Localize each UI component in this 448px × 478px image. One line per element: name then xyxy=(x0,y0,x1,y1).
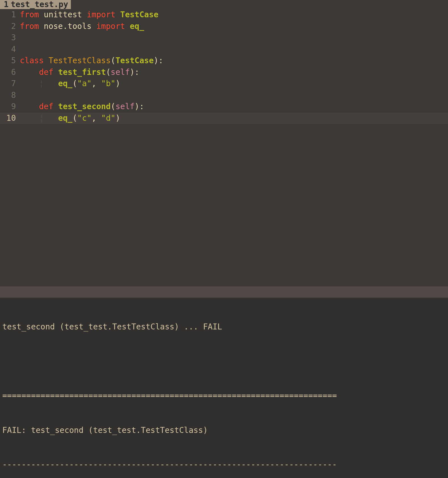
line-number: 4 xyxy=(0,44,20,55)
code-line[interactable]: 6 def test_first(self): xyxy=(0,67,448,78)
kw-import: import xyxy=(96,22,125,31)
tab-active[interactable]: 1 test_test.py xyxy=(0,0,71,9)
indent-guide: ¦ xyxy=(39,113,58,123)
code-line[interactable]: 7 ¦ eq_("a", "b") xyxy=(0,78,448,90)
code-line[interactable]: 9 def test_second(self): xyxy=(0,101,448,113)
function-name: test_second xyxy=(58,102,111,111)
code-area[interactable]: 1 from unittest import TestCase 2 from n… xyxy=(0,9,448,286)
string: "a" xyxy=(77,79,92,88)
status-line xyxy=(0,286,448,298)
indent-guide: ¦ xyxy=(39,79,58,88)
punct: : xyxy=(159,56,163,65)
indent xyxy=(20,79,39,88)
line-number: 6 xyxy=(0,67,20,78)
punct: ( xyxy=(111,102,115,111)
line-number: 9 xyxy=(0,101,20,113)
module: unittest xyxy=(44,10,82,19)
indent xyxy=(20,113,39,123)
line-number: 1 xyxy=(0,9,20,21)
code-empty-area[interactable] xyxy=(0,124,448,286)
line-number: 2 xyxy=(0,21,20,32)
class-name: TestTestClass xyxy=(48,56,111,65)
terminal-line: ========================================… xyxy=(2,390,446,402)
punct: ) xyxy=(115,79,120,88)
self: self xyxy=(111,67,130,77)
call-name: eq_ xyxy=(58,79,73,88)
imported-name: TestCase xyxy=(120,10,159,19)
terminal-output[interactable]: test_second (test_test.TestTestClass) ..… xyxy=(0,298,448,478)
self: self xyxy=(115,102,134,111)
base-class: TestCase xyxy=(115,56,154,65)
terminal-line xyxy=(2,356,446,367)
punct: : xyxy=(135,67,140,77)
function-name: test_first xyxy=(58,67,106,77)
line-number: 10 xyxy=(0,113,20,124)
punct: ( xyxy=(106,67,111,77)
call-name: eq_ xyxy=(58,113,73,123)
tab-filename: test_test.py xyxy=(11,0,68,10)
code-line[interactable]: 1 from unittest import TestCase xyxy=(0,9,448,21)
kw-from: from xyxy=(20,10,39,19)
string: "b" xyxy=(101,79,116,88)
terminal-line: FAIL: test_second (test_test.TestTestCla… xyxy=(2,425,446,436)
tab-bar: 1 test_test.py xyxy=(0,0,448,9)
string: "d" xyxy=(101,113,116,123)
punct: ) xyxy=(154,56,159,65)
code-line[interactable]: 2 from nose.tools import eq_ xyxy=(0,21,448,32)
punct: , xyxy=(92,79,101,88)
code-line[interactable]: 4 xyxy=(0,44,448,55)
code-line[interactable]: 5 class TestTestClass(TestCase): xyxy=(0,55,448,67)
indent xyxy=(20,102,39,111)
code-line[interactable]: 8 xyxy=(0,90,448,101)
kw-def: def xyxy=(39,67,53,77)
tab-index: 1 xyxy=(2,0,9,10)
imported-name: eq_ xyxy=(130,22,144,31)
punct: ( xyxy=(111,56,115,65)
code-line-current[interactable]: 10 ¦ eq_("c", "d") xyxy=(0,113,448,124)
indent xyxy=(20,67,39,77)
punct: ) xyxy=(135,102,140,111)
kw-from: from xyxy=(20,22,39,31)
punct: ( xyxy=(72,79,77,88)
string: "c" xyxy=(77,113,92,123)
line-number: 7 xyxy=(0,78,20,90)
punct: ) xyxy=(115,113,120,123)
punct: ) xyxy=(130,67,135,77)
editor-root: 1 test_test.py 1 from unittest import Te… xyxy=(0,0,448,478)
line-number: 5 xyxy=(0,55,20,67)
line-number: 8 xyxy=(0,90,20,101)
terminal-line: test_second (test_test.TestTestClass) ..… xyxy=(2,321,446,333)
line-number: 3 xyxy=(0,32,20,44)
code-line[interactable]: 3 xyxy=(0,32,448,44)
module: nose.tools xyxy=(44,22,92,31)
punct: : xyxy=(139,102,144,111)
kw-class: class xyxy=(20,56,44,65)
terminal-line: ----------------------------------------… xyxy=(2,459,446,471)
punct: ( xyxy=(72,113,77,123)
kw-import: import xyxy=(87,10,115,19)
punct: , xyxy=(92,113,101,123)
kw-def: def xyxy=(39,102,53,111)
